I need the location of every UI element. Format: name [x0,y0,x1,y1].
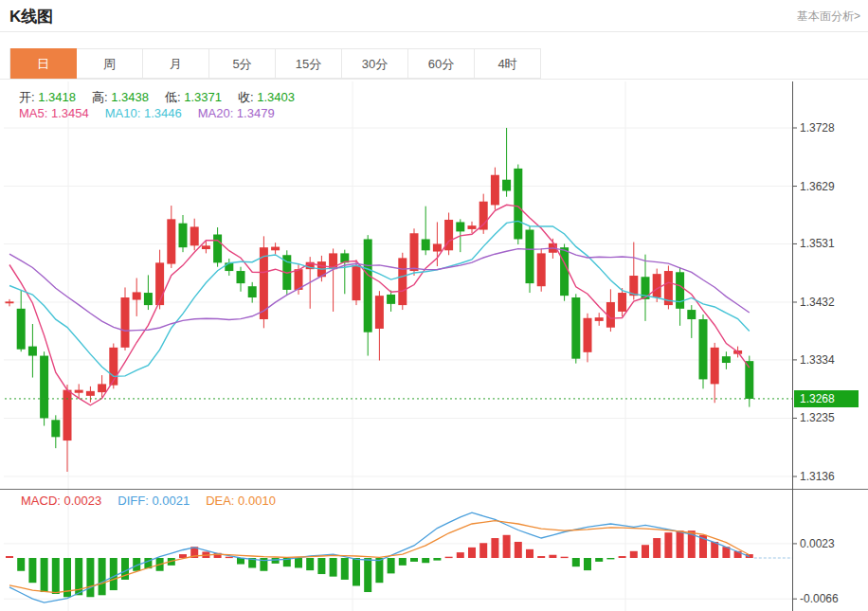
macd-bar [584,558,591,570]
candle-body [202,245,210,249]
macd-bar [341,558,349,580]
macd-bar [503,535,511,558]
candle-body [375,296,384,329]
ohlc-row-open: 开: 1.3418 [19,90,76,104]
candle-body [271,247,280,251]
candle-body [167,219,175,263]
ma-row-ma5: MA5: 1.3454 [19,106,89,120]
candle-body [456,222,464,231]
ohlc-row-low: 低: 1.3371 [165,90,222,104]
macd-row-dea: DEA: 0.0010 [206,494,276,508]
candle-body [722,356,731,363]
ma-row-ma20: MA20: 1.3479 [198,106,275,120]
macd-bar [330,558,337,577]
macd-bar [677,530,684,558]
tab-15分[interactable]: 15分 [276,48,342,79]
candle-body [155,262,164,305]
macd-bar [653,538,660,558]
current-price-badge: 1.3268 [794,390,859,407]
macd-readout: MACD: 0.0023DIFF: 0.0021DEA: 0.0010 [21,494,292,508]
ohlc-row-high: 高: 1.3438 [92,90,149,104]
candle-body [560,247,569,296]
macd-bar [237,558,244,565]
macd-bar [445,557,453,558]
title-separator [0,31,868,32]
macd-bar [630,551,638,558]
candle-body [491,175,499,206]
candle-body [353,265,361,300]
candle-body [676,272,684,309]
macd-axis-label: 0.0023 [800,536,835,551]
candle-body [699,319,708,379]
macd-bar [595,558,603,562]
macd-bar [422,558,429,563]
tab-4时[interactable]: 4时 [475,48,541,79]
macd-bar [295,558,302,567]
candle-body [410,233,419,271]
ma-readout: MA5: 1.3454MA10: 1.3446MA20: 1.3479 [19,106,291,120]
tabstrip-bottom-border [0,79,868,80]
tab-周[interactable]: 周 [77,48,143,79]
macd-bar [6,556,13,558]
ohlc-readout: 开: 1.3418高: 1.3438低: 1.3371收: 1.3403 [19,89,311,106]
candle-body [687,310,696,319]
macd-bar [572,558,580,566]
candle-body [133,292,141,299]
candle-body [537,253,546,286]
tab-日[interactable]: 日 [10,48,77,79]
price-axis-label: 1.3432 [800,295,835,310]
macd-bar [110,558,118,590]
macd-bar [606,558,614,559]
tab-60分[interactable]: 60分 [408,48,475,79]
macd-bar [306,558,314,570]
kline-page: { "header": { "title": "K线图", "link": "基… [0,0,868,611]
candle-body [584,318,592,352]
macd-bar [317,558,325,574]
macd-bar [526,549,533,558]
candle-body [237,271,245,283]
price-axis-label: 1.3334 [800,352,835,368]
macd-bar [410,558,418,562]
macd-bar [457,552,464,558]
candle-body [387,295,395,304]
candle-body [40,356,48,419]
candle-body [6,301,14,303]
candle-body [653,274,661,297]
macd-bar [99,558,106,595]
macd-bar [468,548,476,558]
candle-body [571,297,580,359]
tab-30分[interactable]: 30分 [342,48,408,79]
price-axis-label: 1.3728 [800,120,835,135]
macd-bar [179,554,187,558]
macd-bar [549,555,556,558]
tab-月[interactable]: 月 [143,48,209,79]
macd-bar [375,558,383,583]
fundamental-analysis-link[interactable]: 基本面分析> [797,9,860,25]
macd-bar [226,557,233,558]
candle-body [526,230,534,284]
candle-body [595,317,604,321]
candle-body [63,390,72,440]
macd-bar [364,558,371,592]
macd-axis-label: -0.0066 [800,591,839,606]
candle-body [51,420,60,437]
candle-body [514,169,522,240]
macd-bar [537,556,545,558]
price-axis-label: 1.3235 [800,410,835,425]
macd-bar [41,558,48,592]
candle-body [75,390,83,393]
candle-body [144,293,153,305]
macd-bar [399,558,407,566]
macd-bar [479,543,487,558]
tab-5分[interactable]: 5分 [209,48,276,79]
candle-body [468,225,477,229]
macd-bar [642,545,649,558]
candle-body [98,384,106,392]
macd-bar [17,558,25,571]
macd-bar [86,558,94,597]
macd-bar [353,558,360,585]
candle-body [179,224,188,247]
candle-body [479,202,488,230]
candle-body [190,226,199,245]
candle-body [711,348,719,385]
